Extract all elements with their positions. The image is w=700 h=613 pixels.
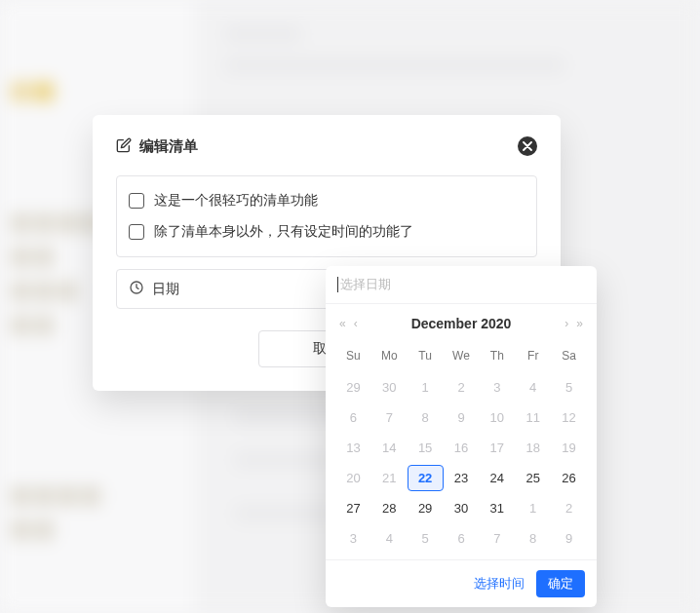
- calendar-day[interactable]: 30: [371, 374, 408, 401]
- month-label[interactable]: December 2020: [411, 316, 512, 331]
- calendar-day[interactable]: 1: [408, 374, 444, 401]
- calendar-day[interactable]: 19: [551, 435, 587, 461]
- calendar-day[interactable]: 23: [444, 465, 480, 491]
- dow-label: Fr: [515, 343, 551, 370]
- calendar-day[interactable]: 26: [551, 465, 587, 491]
- calendar-day[interactable]: 11: [515, 404, 551, 431]
- calendar-day[interactable]: 6: [444, 525, 480, 552]
- calendar-day[interactable]: 29: [335, 374, 371, 401]
- calendar-day[interactable]: 3: [335, 525, 371, 552]
- calendar-day[interactable]: 8: [408, 404, 444, 431]
- calendar-day[interactable]: 15: [408, 435, 444, 461]
- calendar-day[interactable]: 14: [371, 435, 408, 461]
- calendar-day[interactable]: 5: [551, 374, 587, 401]
- select-time-link[interactable]: 选择时间: [474, 575, 525, 593]
- checkbox[interactable]: [129, 224, 144, 240]
- calendar-grid: SuMoTuWeThFrSa29301234567891011121314151…: [326, 343, 597, 559]
- calendar-day[interactable]: 30: [444, 495, 480, 521]
- clock-icon: [129, 280, 144, 298]
- calendar-day[interactable]: 9: [444, 404, 480, 431]
- close-button[interactable]: [518, 136, 537, 156]
- dow-label: Th: [479, 343, 515, 370]
- calendar-day[interactable]: 8: [515, 525, 551, 552]
- calendar-day[interactable]: 5: [408, 525, 444, 552]
- calendar-day[interactable]: 25: [515, 465, 551, 491]
- calendar-day[interactable]: 20: [335, 465, 371, 491]
- checklist-item-text: 这是一个很轻巧的清单功能: [154, 192, 318, 210]
- dow-label: Tu: [408, 343, 444, 370]
- calendar-day[interactable]: 2: [551, 495, 587, 521]
- calendar-day-today[interactable]: 22: [408, 465, 444, 491]
- calendar-day[interactable]: 4: [515, 374, 551, 401]
- calendar-day[interactable]: 6: [335, 404, 371, 431]
- calendar-day[interactable]: 28: [371, 495, 408, 521]
- date-input-placeholder: 选择日期: [340, 276, 391, 293]
- next-year-icon[interactable]: »: [576, 317, 583, 330]
- calendar-day[interactable]: 7: [479, 525, 515, 552]
- dow-label: We: [444, 343, 480, 370]
- date-picker: 选择日期 « ‹ December 2020 › » SuMoTuWeThFrS…: [326, 266, 597, 607]
- calendar-day[interactable]: 31: [479, 495, 515, 521]
- checkbox[interactable]: [129, 193, 144, 209]
- list-item: 除了清单本身以外，只有设定时间的功能了: [129, 217, 525, 247]
- dow-label: Sa: [551, 343, 587, 370]
- calendar-day[interactable]: 2: [444, 374, 480, 401]
- calendar-day[interactable]: 16: [444, 435, 480, 461]
- checklist-item-text: 除了清单本身以外，只有设定时间的功能了: [154, 223, 413, 241]
- calendar-day[interactable]: 9: [551, 525, 587, 552]
- list-item: 这是一个很轻巧的清单功能: [129, 186, 525, 215]
- checklist-box: 这是一个很轻巧的清单功能 除了清单本身以外，只有设定时间的功能了: [116, 175, 537, 257]
- calendar-day[interactable]: 7: [371, 404, 408, 431]
- calendar-day[interactable]: 21: [371, 465, 408, 491]
- calendar-day[interactable]: 24: [479, 465, 515, 491]
- calendar-day[interactable]: 3: [479, 374, 515, 401]
- next-month-icon[interactable]: ›: [564, 317, 568, 330]
- dow-label: Mo: [371, 343, 408, 370]
- date-label: 日期: [152, 281, 179, 298]
- edit-icon: [116, 137, 132, 156]
- date-input[interactable]: 选择日期: [326, 266, 597, 304]
- modal-title: 编辑清单: [139, 137, 198, 156]
- calendar-day[interactable]: 13: [335, 435, 371, 461]
- ok-button[interactable]: 确定: [536, 570, 585, 597]
- calendar-day[interactable]: 18: [515, 435, 551, 461]
- prev-month-icon[interactable]: ‹: [354, 317, 358, 330]
- calendar-day[interactable]: 1: [515, 495, 551, 521]
- calendar-day[interactable]: 10: [479, 404, 515, 431]
- prev-year-icon[interactable]: «: [339, 317, 346, 330]
- calendar-day[interactable]: 4: [371, 525, 408, 552]
- calendar-day[interactable]: 27: [335, 495, 371, 521]
- dow-label: Su: [335, 343, 371, 370]
- calendar-day[interactable]: 12: [551, 404, 587, 431]
- calendar-day[interactable]: 17: [479, 435, 515, 461]
- calendar-day[interactable]: 29: [408, 495, 444, 521]
